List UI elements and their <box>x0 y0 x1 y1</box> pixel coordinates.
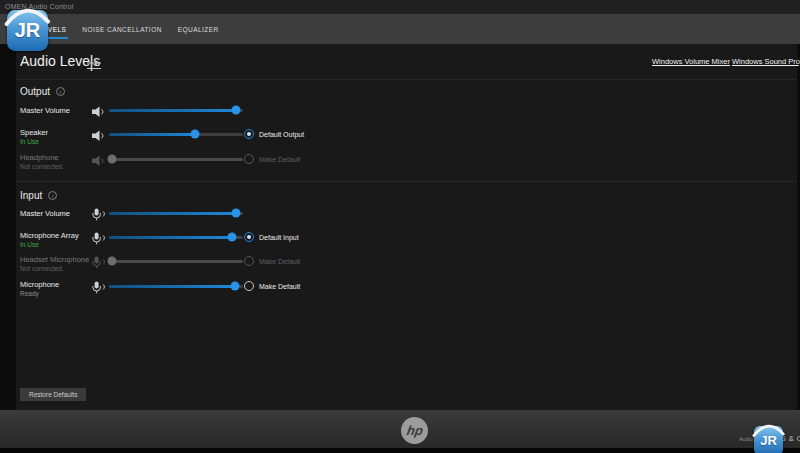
microphone-icon <box>92 231 108 244</box>
windows-sound-properties-link[interactable]: Windows Sound Properties <box>732 57 800 66</box>
slider-track[interactable] <box>109 236 243 239</box>
slider-thumb <box>107 155 116 164</box>
device-label: Microphone <box>20 280 59 289</box>
tab-noise-cancellation[interactable]: NOISE CANCELLATION <box>80 14 164 44</box>
microphone-icon <box>92 207 108 220</box>
device-label: Speaker <box>20 128 48 137</box>
radio-icon <box>244 232 254 242</box>
slider-track <box>109 260 243 263</box>
input-section-heading: Input <box>20 190 57 201</box>
hp-logo: hp <box>401 417 428 444</box>
speaker-icon <box>92 153 108 166</box>
headphone-volume-slider <box>109 147 243 171</box>
section-divider <box>16 181 797 182</box>
output-heading-label: Output <box>20 86 50 97</box>
jr-watermark-logo: JR <box>754 426 783 453</box>
device-status: In Use <box>20 138 39 145</box>
device-status: Not connected. <box>20 163 64 170</box>
radio-icon <box>244 256 254 266</box>
default-input-radio[interactable]: Default Input <box>244 225 299 249</box>
microphone-icon <box>92 280 108 293</box>
device-label: Microphone Array <box>20 231 79 240</box>
windows-volume-mixer-link[interactable]: Windows Volume Mixer <box>652 57 730 66</box>
make-default-radio: Make Default <box>244 147 300 171</box>
radio-icon <box>244 129 254 139</box>
device-label: Headphone <box>20 153 59 162</box>
info-icon[interactable] <box>48 191 57 200</box>
make-default-radio[interactable]: Make Default <box>244 274 300 298</box>
output-master-volume-row: Master Volume <box>16 98 800 122</box>
microphone-array-row: Microphone Array In Use Default Input <box>16 225 800 249</box>
restore-defaults-button[interactable]: Restore Defaults <box>20 388 86 401</box>
make-default-radio: Make Default <box>244 249 300 273</box>
slider-track[interactable] <box>109 133 243 136</box>
content-panel: Audio Levels Windows Volume Mixer Window… <box>0 44 800 410</box>
headset-microphone-volume-slider <box>109 249 243 273</box>
bottom-strip <box>0 448 800 453</box>
radio-icon <box>244 281 254 291</box>
jr-watermark-logo: JR <box>7 10 48 51</box>
input-master-volume-slider[interactable] <box>109 201 243 225</box>
speaker-device-row: Speaker In Use Default Output <box>16 122 800 146</box>
slider-track[interactable] <box>109 109 243 112</box>
titlebar: OMEN Audio Control <box>0 0 800 14</box>
device-status: In Use <box>20 241 39 248</box>
default-output-radio[interactable]: Default Output <box>244 122 304 146</box>
hp-logo-text: hp <box>405 423 424 438</box>
device-label: Master Volume <box>20 209 70 218</box>
slider-thumb[interactable] <box>230 282 239 291</box>
speaker-icon <box>92 104 108 117</box>
output-section-heading: Output <box>20 86 65 97</box>
slider-thumb[interactable] <box>228 233 237 242</box>
tab-equalizer[interactable]: EQUALIZER <box>176 14 221 44</box>
input-master-volume-row: Master Volume <box>16 201 800 225</box>
device-status: Not connected. <box>20 265 64 272</box>
input-heading-label: Input <box>20 190 42 201</box>
slider-track[interactable] <box>109 285 243 288</box>
microphone-row: Microphone Ready Make Default <box>16 274 800 298</box>
footer-bar <box>0 410 800 448</box>
header-divider <box>16 79 797 80</box>
speaker-icon <box>92 128 108 141</box>
info-icon[interactable] <box>56 87 65 96</box>
device-label: Master Volume <box>20 106 70 115</box>
slider-thumb[interactable] <box>232 106 241 115</box>
slider-track[interactable] <box>109 212 243 215</box>
headphone-device-row: Headphone Not connected. Make Default <box>16 147 800 171</box>
slider-track <box>109 158 243 161</box>
left-gutter <box>0 44 16 410</box>
microphone-array-volume-slider[interactable] <box>109 225 243 249</box>
device-status: Ready <box>20 290 39 297</box>
speaker-volume-slider[interactable] <box>109 122 243 146</box>
microphone-icon <box>92 255 108 268</box>
radio-icon <box>244 154 254 164</box>
device-label: Headset Microphone <box>20 255 89 264</box>
slider-thumb[interactable] <box>190 130 199 139</box>
slider-thumb <box>107 257 116 266</box>
slider-thumb[interactable] <box>232 209 241 218</box>
output-master-volume-slider[interactable] <box>109 98 243 122</box>
microphone-volume-slider[interactable] <box>109 274 243 298</box>
filter-sliders-icon[interactable] <box>87 58 101 71</box>
tab-bar: LEVELS NOISE CANCELLATION EQUALIZER <box>0 14 800 44</box>
headset-microphone-row: Headset Microphone Not connected. Make D… <box>16 249 800 273</box>
